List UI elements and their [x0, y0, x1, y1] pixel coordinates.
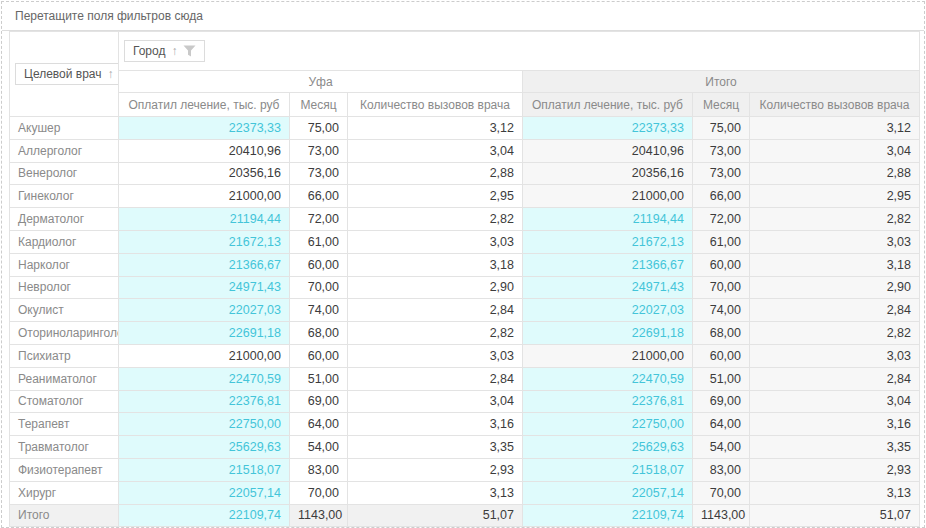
filter-fields-drop-zone[interactable]: Перетащите поля фильтров сюда — [2, 2, 924, 31]
cell-paid-total: 21194,44 — [523, 208, 693, 231]
column-field-label: Город — [133, 45, 165, 57]
cell-paid-total: 21518,07 — [523, 458, 693, 481]
cell-month-total: 75,00 — [693, 117, 750, 140]
column-field-chip[interactable]: Город ↑ — [124, 40, 205, 62]
row-label: Гинеколог — [10, 185, 119, 208]
table-row: Аллерголог20410,9673,003,0420410,9673,00… — [10, 139, 920, 162]
row-field-chip[interactable]: Целевой врач ↑ — [15, 63, 119, 85]
cell-month-total: 83,00 — [693, 458, 750, 481]
cell-paid-total: 22750,00 — [523, 413, 693, 436]
row-fields-area: Целевой врач ↑ — [10, 32, 119, 117]
cell-calls-total: 2,84 — [750, 367, 920, 390]
grand-total-row: Итого22109,741143,0051,0722109,741143,00… — [10, 504, 920, 526]
sort-ascending-icon[interactable]: ↑ — [108, 68, 114, 80]
column-group-ufa[interactable]: Уфа — [119, 71, 523, 93]
cell-calls-total: 3,04 — [750, 139, 920, 162]
row-label: Итого — [10, 504, 119, 526]
cell-calls-total: 3,03 — [750, 230, 920, 253]
cell-calls-total: 2,90 — [750, 276, 920, 299]
cell-paid-ufa: 21194,44 — [119, 208, 290, 231]
column-header-paid-total[interactable]: Оплатил лечение, тыс. руб — [523, 93, 693, 117]
cell-paid-ufa: 21366,67 — [119, 253, 290, 276]
table-row: Хирург22057,1470,003,1322057,1470,003,13 — [10, 481, 920, 504]
cell-calls-total: 2,93 — [750, 458, 920, 481]
cell-paid-total: 22057,14 — [523, 481, 693, 504]
cell-month-total: 64,00 — [693, 413, 750, 436]
cell-calls-total: 3,12 — [750, 117, 920, 140]
cell-calls-ufa: 2,84 — [348, 299, 523, 322]
cell-paid-total: 20356,16 — [523, 162, 693, 185]
pivot-table: Целевой врач ↑ Город ↑ Уфа Итого — [9, 31, 920, 527]
pivot-body: Акушер22373,3375,003,1222373,3375,003,12… — [10, 117, 920, 527]
cell-month-total: 73,00 — [693, 139, 750, 162]
column-header-paid-ufa[interactable]: Оплатил лечение, тыс. руб — [119, 93, 290, 117]
cell-calls-ufa: 51,07 — [348, 504, 523, 526]
filter-hint-text: Перетащите поля фильтров сюда — [15, 9, 203, 23]
cell-month-total: 68,00 — [693, 322, 750, 345]
cell-calls-total: 51,07 — [750, 504, 920, 526]
cell-calls-total: 2,82 — [750, 208, 920, 231]
cell-paid-ufa: 21672,13 — [119, 230, 290, 253]
table-row: Венеролог20356,1673,002,8820356,1673,002… — [10, 162, 920, 185]
table-row: Окулист22027,0374,002,8422027,0374,002,8… — [10, 299, 920, 322]
cell-month-total: 70,00 — [693, 276, 750, 299]
pivot-grid-widget: Перетащите поля фильтров сюда Целевой вр… — [1, 1, 925, 528]
cell-month-ufa: 83,00 — [290, 458, 348, 481]
sort-ascending-icon[interactable]: ↑ — [171, 45, 177, 57]
column-header-calls-total[interactable]: Количество вызовов врача — [750, 93, 920, 117]
cell-paid-total: 25629,63 — [523, 436, 693, 459]
cell-month-ufa: 75,00 — [290, 117, 348, 140]
cell-month-ufa: 72,00 — [290, 208, 348, 231]
column-fields-area[interactable]: Город ↑ — [119, 32, 920, 71]
cell-month-total: 66,00 — [693, 185, 750, 208]
cell-month-ufa: 73,00 — [290, 162, 348, 185]
column-header-month-total[interactable]: Месяц — [693, 93, 750, 117]
row-label: Хирург — [10, 481, 119, 504]
cell-paid-total: 22373,33 — [523, 117, 693, 140]
row-label: Акушер — [10, 117, 119, 140]
row-label: Физиотерапевт — [10, 458, 119, 481]
row-label: Нарколог — [10, 253, 119, 276]
cell-calls-ufa: 2,84 — [348, 367, 523, 390]
filter-funnel-icon[interactable] — [183, 45, 196, 57]
row-label: Травматолог — [10, 436, 119, 459]
cell-paid-ufa: 20356,16 — [119, 162, 290, 185]
pivot-header: Целевой врач ↑ Город ↑ Уфа Итого — [10, 32, 920, 117]
cell-paid-total: 20410,96 — [523, 139, 693, 162]
cell-month-total: 69,00 — [693, 390, 750, 413]
table-row: Терапевт22750,0064,003,1622750,0064,003,… — [10, 413, 920, 436]
cell-calls-ufa: 2,82 — [348, 208, 523, 231]
cell-paid-total: 21672,13 — [523, 230, 693, 253]
row-label: Кардиолог — [10, 230, 119, 253]
cell-month-total: 51,00 — [693, 367, 750, 390]
row-field-label: Целевой врач — [24, 68, 102, 80]
cell-month-total: 60,00 — [693, 344, 750, 367]
cell-month-ufa: 64,00 — [290, 413, 348, 436]
table-row: Невролог24971,4370,002,9024971,4370,002,… — [10, 276, 920, 299]
cell-month-total: 54,00 — [693, 436, 750, 459]
cell-calls-total: 3,13 — [750, 481, 920, 504]
row-label: Оториноларинголог — [10, 322, 119, 345]
cell-calls-ufa: 2,90 — [348, 276, 523, 299]
cell-month-ufa: 70,00 — [290, 481, 348, 504]
cell-month-ufa: 60,00 — [290, 344, 348, 367]
cell-paid-total: 22376,81 — [523, 390, 693, 413]
cell-paid-ufa: 22373,33 — [119, 117, 290, 140]
column-header-month-ufa[interactable]: Месяц — [290, 93, 348, 117]
cell-calls-total: 3,04 — [750, 390, 920, 413]
cell-month-total: 61,00 — [693, 230, 750, 253]
cell-month-ufa: 61,00 — [290, 230, 348, 253]
cell-paid-ufa: 22109,74 — [119, 504, 290, 526]
cell-paid-ufa: 22750,00 — [119, 413, 290, 436]
cell-paid-total: 24971,43 — [523, 276, 693, 299]
table-row: Стоматолог22376,8169,003,0422376,8169,00… — [10, 390, 920, 413]
column-group-total[interactable]: Итого — [523, 71, 920, 93]
column-header-calls-ufa[interactable]: Количество вызовов врача — [348, 93, 523, 117]
cell-month-ufa: 68,00 — [290, 322, 348, 345]
cell-calls-ufa: 3,12 — [348, 117, 523, 140]
cell-paid-total: 21366,67 — [523, 253, 693, 276]
cell-calls-ufa: 3,16 — [348, 413, 523, 436]
cell-calls-total: 3,35 — [750, 436, 920, 459]
cell-calls-ufa: 3,18 — [348, 253, 523, 276]
cell-calls-ufa: 3,03 — [348, 344, 523, 367]
